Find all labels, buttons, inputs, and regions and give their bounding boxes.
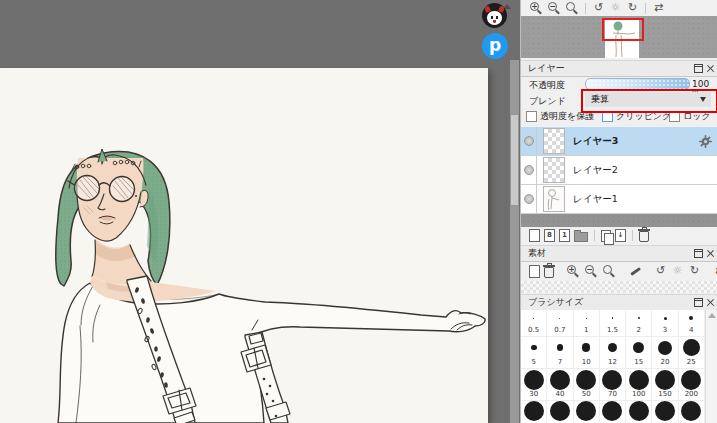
new-material-icon[interactable]: [529, 265, 540, 278]
checkbox-icon[interactable]: [526, 111, 537, 122]
zoom-in-icon[interactable]: +: [566, 264, 580, 278]
brush-size-cell[interactable]: 5: [521, 337, 547, 369]
float-panel-icon[interactable]: [694, 249, 703, 258]
layer-thumbnail: [543, 186, 565, 212]
folder-icon[interactable]: [574, 232, 588, 242]
brush-size-cell[interactable]: 70: [600, 369, 626, 401]
flip-horizontal-icon[interactable]: ⇄: [713, 264, 717, 278]
zoom-out-icon[interactable]: −: [547, 1, 561, 15]
brush-size-cell[interactable]: 40: [547, 369, 573, 401]
close-panel-icon[interactable]: [707, 250, 715, 258]
rotate-reset-icon[interactable]: ☼: [609, 1, 622, 15]
duplicate-layer-icon[interactable]: [601, 230, 611, 242]
brush-size-cell[interactable]: 0.5: [521, 310, 547, 337]
navigator-toolbar: +−↺☼↻⇄: [521, 0, 717, 16]
brush-size-cell[interactable]: 150: [652, 369, 678, 401]
layer-visibility-toggle[interactable]: [521, 156, 537, 184]
brush-size-label: 0.7: [554, 326, 565, 336]
rotate-reset-icon[interactable]: ☼: [671, 264, 684, 278]
brush-size-cell[interactable]: 30: [521, 369, 547, 401]
close-panel-icon[interactable]: [707, 65, 715, 73]
layer-name: レイヤー2: [573, 164, 717, 177]
checkbox-icon[interactable]: [602, 111, 613, 122]
pen-icon[interactable]: [628, 264, 642, 278]
merge-layer-icon[interactable]: ↓: [615, 229, 626, 242]
brush-size-cell[interactable]: 1: [574, 310, 600, 337]
layer-toolbar: 81↓: [521, 227, 717, 243]
brush-size-cell[interactable]: 4: [679, 310, 705, 337]
brush-size-cell[interactable]: 50: [574, 369, 600, 401]
new-1bit-layer-icon[interactable]: 1: [559, 229, 570, 242]
rotate-ccw-icon[interactable]: ↺: [654, 264, 667, 278]
zoom-reset-icon[interactable]: [565, 1, 579, 15]
protect-alpha-checkbox-group[interactable]: 透明度を保護: [526, 110, 594, 123]
blend-mode-dropdown[interactable]: 乗算: [585, 92, 711, 107]
zoom-in-icon[interactable]: +: [529, 1, 543, 15]
new-8bit-layer-icon[interactable]: 8: [544, 229, 555, 242]
brush-scrollbar[interactable]: [705, 310, 717, 423]
canvas-vertical-scrollbar[interactable]: [510, 60, 519, 423]
blend-label: ブレンド: [529, 95, 566, 108]
pixiv-app-icon[interactable]: p: [482, 33, 508, 59]
brush-size-cell[interactable]: 20: [652, 337, 678, 369]
navigator-preview[interactable]: [521, 16, 717, 58]
flip-horizontal-icon[interactable]: ⇄: [652, 1, 665, 15]
brush-size-cell[interactable]: [679, 401, 705, 423]
brush-size-cell[interactable]: 2: [626, 310, 652, 337]
layer-row[interactable]: レイヤー2: [521, 156, 717, 185]
layer-row[interactable]: レイヤー1: [521, 185, 717, 214]
brush-size-cell[interactable]: 0.7: [547, 310, 573, 337]
brush-size-cell[interactable]: 7: [547, 337, 573, 369]
delete-layer-icon[interactable]: [639, 231, 649, 242]
close-panel-icon[interactable]: [707, 299, 715, 307]
rotate-ccw-icon[interactable]: ↺: [592, 1, 605, 15]
checkbox-icon[interactable]: [669, 111, 680, 122]
brush-size-cell[interactable]: [652, 401, 678, 423]
scrollbar-thumb[interactable]: [511, 115, 518, 205]
brush-dot-icon: [681, 370, 701, 390]
brush-size-cell[interactable]: [521, 401, 547, 423]
float-panel-icon[interactable]: [694, 64, 703, 73]
brush-dot-icon: [586, 318, 587, 319]
brush-size-label: 12: [608, 358, 617, 368]
brush-size-cell[interactable]: 10: [574, 337, 600, 369]
layer-settings-gear-icon[interactable]: [699, 135, 712, 148]
brush-dot-icon: [655, 401, 675, 421]
brush-size-cell[interactable]: [574, 401, 600, 423]
opacity-slider[interactable]: [585, 78, 690, 90]
rotate-cw-icon[interactable]: ↻: [688, 264, 701, 278]
new-layer-icon[interactable]: [529, 229, 540, 242]
brush-size-label: 2: [637, 326, 641, 336]
canvas[interactable]: [0, 68, 488, 423]
brush-size-cell[interactable]: 15: [626, 337, 652, 369]
clipping-checkbox-group[interactable]: クリッピング: [602, 110, 671, 123]
mascot-app-icon[interactable]: [482, 3, 507, 28]
brush-size-cell[interactable]: 25: [679, 337, 705, 369]
delete-material-icon[interactable]: [544, 267, 554, 278]
brush-size-cell[interactable]: [600, 401, 626, 423]
float-panel-icon[interactable]: [694, 298, 703, 307]
brush-dot-icon: [533, 318, 534, 319]
scroll-up-icon[interactable]: [708, 313, 716, 318]
brush-size-cell[interactable]: 200: [679, 369, 705, 401]
brush-size-cell[interactable]: 3: [652, 310, 678, 337]
mascot-eye: [491, 16, 493, 19]
brush-size-cell[interactable]: 100: [626, 369, 652, 401]
rotate-cw-icon[interactable]: ↻: [626, 1, 639, 15]
zoom-reset-icon[interactable]: [602, 264, 616, 278]
brush-size-cell[interactable]: 1.5: [600, 310, 626, 337]
lock-checkbox-group[interactable]: ロック: [669, 110, 711, 123]
brush-size-cell[interactable]: [626, 401, 652, 423]
brush-dot-icon: [531, 345, 537, 351]
layer-row[interactable]: レイヤー3: [521, 127, 717, 156]
layer-visibility-toggle[interactable]: [521, 185, 537, 213]
zoom-out-icon[interactable]: −: [584, 264, 598, 278]
brush-size-label: 70: [608, 390, 617, 400]
navigator-view-rectangle[interactable]: [602, 18, 644, 41]
brush-size-cell[interactable]: [547, 401, 573, 423]
protect-alpha-label: 透明度を保護: [540, 110, 594, 123]
material-panel-titlebar: 素材: [521, 245, 717, 262]
brush-dot-icon: [524, 370, 544, 390]
brush-size-cell[interactable]: 12: [600, 337, 626, 369]
layer-visibility-toggle[interactable]: [521, 127, 537, 155]
